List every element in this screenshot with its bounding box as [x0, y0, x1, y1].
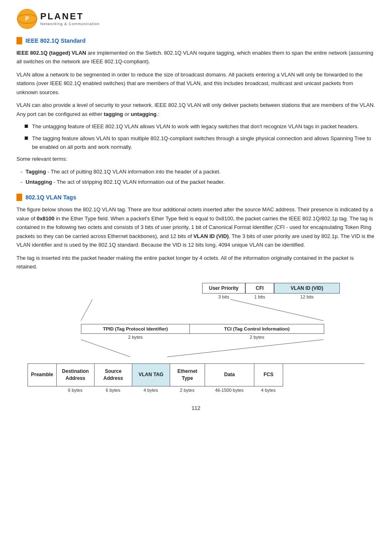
section2-para1-bold2: VLAN ID (VID) — [194, 233, 229, 239]
ethernet-type-cell: EthernetType — [170, 364, 205, 386]
ethernet-frame-row: Preamble DestinationAddress SourceAddres… — [28, 363, 364, 386]
cfi-box: CFI — [245, 283, 274, 294]
term-2-rest: - The act of stripping 802.1Q VLAN infor… — [52, 179, 225, 185]
term-1-text: Tagging - The act of putting 802.1Q VLAN… — [25, 168, 220, 176]
bullet-item-1: The untagging feature of IEEE 802.1Q VLA… — [25, 123, 376, 131]
svg-text:P: P — [25, 15, 29, 22]
term-dash-2: - — [21, 178, 22, 187]
section1-para3: VLAN can also provide a level of securit… — [16, 101, 376, 118]
user-priority-bits: 3 bits — [202, 294, 245, 299]
vlan-tag-cell: VLAN TAG — [132, 364, 170, 386]
ethtype-bytes: 2 bytes — [170, 388, 205, 393]
term-2-text: Untagging - The act of stripping 802.1Q … — [25, 178, 225, 187]
bullet-item-2: The tagging feature allows VLAN to span … — [25, 134, 376, 152]
section1-para3-bold1: tagging — [104, 111, 123, 117]
section2-bar — [16, 194, 22, 201]
svg-line-6 — [167, 340, 323, 357]
preamble-label: Preamble — [31, 371, 53, 378]
section2-title: 802.1Q VLAN Tags — [25, 194, 76, 201]
term-dash-1: - — [21, 168, 22, 176]
fcs-label: FCS — [264, 371, 274, 378]
data-cell: Data — [205, 364, 254, 386]
some-relevant-terms: Some relevant terms: — [16, 155, 376, 163]
cfi-bits: 1 bits — [245, 294, 274, 299]
bullet-list: The untagging feature of IEEE 802.1Q VLA… — [25, 123, 376, 151]
section1-para3-bold2: untagging — [131, 111, 157, 117]
page-number: 112 — [16, 405, 376, 411]
bullet-text-1: The untagging feature of IEEE 802.1Q VLA… — [32, 123, 359, 131]
source-address-cell: SourceAddress — [95, 364, 132, 386]
section2-heading: 802.1Q VLAN Tags — [16, 194, 376, 201]
section1-para1-bold: IEEE 802.1Q (tagged) VLAN — [16, 50, 86, 56]
logo-sub-label: Networking & Communication — [40, 22, 100, 26]
fcs-cell: FCS — [254, 364, 283, 386]
term-item-1: - Tagging - The act of putting 802.1Q VL… — [21, 168, 376, 176]
destination-label: DestinationAddress — [62, 368, 89, 382]
term-1-bold: Tagging — [25, 169, 46, 175]
bullet-square-2 — [25, 136, 28, 140]
tpid-bytes: 2 bytes — [81, 335, 190, 340]
vlan-diagram: User Priority CFI VLAN ID (VID) 3 bits 1… — [28, 283, 364, 393]
section2-para1: The figure below shows the 802.1Q VLAN t… — [16, 205, 376, 249]
section1-content: IEEE 802.1Q (tagged) VLAN are implemente… — [16, 49, 376, 186]
section1-heading: IEEE 802.1Q Standard — [16, 37, 376, 44]
bullet-square-1 — [25, 125, 28, 128]
user-priority-box: User Priority — [202, 283, 245, 294]
page-number-text: 112 — [191, 405, 201, 411]
section2-content: The figure below shows the 802.1Q VLAN t… — [16, 205, 376, 271]
vlan-tag-label: VLAN TAG — [138, 371, 163, 378]
src-bytes: 6 bytes — [94, 388, 132, 393]
planet-logo-icon: P — [16, 8, 38, 30]
bullet-text-2: The tagging feature allows VLAN to span … — [32, 134, 376, 152]
vlan-id-bits: 12 bits — [274, 294, 340, 299]
logo: P PLANET Networking & Communication — [16, 8, 100, 30]
fcs-bytes: 4 bytes — [254, 388, 283, 393]
term-item-2: - Untagging - The act of stripping 802.1… — [21, 178, 376, 187]
vlan-bytes: 4 bytes — [132, 388, 170, 393]
logo-planet-label: PLANET — [40, 12, 100, 21]
tpid-box: TPID (Tag Protocol Identifier) — [81, 324, 190, 334]
source-label: SourceAddress — [103, 368, 123, 382]
term-1-rest: - The act of putting 802.1Q VLAN informa… — [46, 169, 221, 175]
section1-para3-mid: or — [123, 111, 131, 117]
preamble-bytes — [28, 388, 56, 393]
destination-address-cell: DestinationAddress — [57, 364, 95, 386]
svg-line-4 — [81, 299, 92, 321]
ethernet-type-label: EthernetType — [178, 368, 198, 382]
page-header: P PLANET Networking & Communication — [16, 8, 376, 30]
logo-text: PLANET Networking & Communication — [40, 12, 100, 26]
data-label: Data — [224, 371, 235, 378]
section1-para3-suffix: .: — [157, 111, 159, 117]
svg-line-3 — [230, 299, 323, 321]
section2-para2: The tag is inserted into the packet head… — [16, 254, 376, 271]
section2-para1-bold: 0x8100 — [37, 215, 54, 222]
section1-bar — [16, 37, 22, 44]
vlan-id-box: VLAN ID (VID) — [274, 283, 340, 294]
section1-para1: IEEE 802.1Q (tagged) VLAN are implemente… — [16, 49, 376, 66]
svg-line-5 — [81, 340, 130, 357]
section1-title: IEEE 802.1Q Standard — [25, 37, 85, 44]
connector-lines-svg — [28, 299, 364, 324]
tci-bytes: 2 bytes — [190, 335, 324, 340]
term-2-bold: Untagging — [25, 179, 52, 185]
connector-lines2-svg — [28, 340, 364, 358]
term-list: - Tagging - The act of putting 802.1Q VL… — [21, 168, 376, 187]
preamble-cell: Preamble — [28, 364, 57, 386]
frame-bytes-row: 6 bytes 6 bytes 4 bytes 2 bytes 46-1500 … — [28, 388, 364, 393]
section1-para2: VLAN allow a network to be segmented in … — [16, 70, 376, 97]
data-bytes: 46-1500 bytes — [205, 388, 254, 393]
tci-box: TCI (Tag Control Information) — [190, 324, 324, 334]
section1-para3-prefix: VLAN can also provide a level of securit… — [16, 102, 375, 117]
dest-bytes: 6 bytes — [56, 388, 94, 393]
